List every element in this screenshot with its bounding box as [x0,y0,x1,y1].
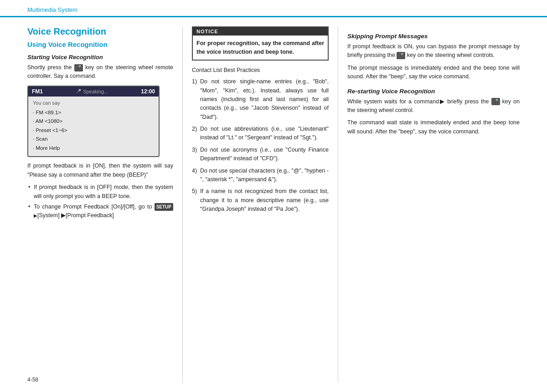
left-column: Voice Recognition Using Voice Recognitio… [27,26,182,383]
mic-icon-restart: 🎤 [491,98,500,105]
bullet-item-1: If prompt feedback is in [OFF] mode, the… [27,183,173,201]
notice-box: NOTICE For proper recognition, say the c… [192,26,329,61]
screen-list-item: AM <1080> [33,117,154,126]
screen-fm-label: FM1 [32,88,43,95]
starting-section-title: Starting Voice Recognition [27,54,173,61]
skipping-text-1: If prompt feedback is ON, you can bypass… [347,42,520,60]
list-item-1: 1)Do not store single-name entries (e.g.… [192,77,329,122]
screen-content: You can say FM <89.1> AM <1080> Preset <… [28,97,159,157]
list-item-5: 5)If a name is not recognized from the c… [192,187,329,214]
screen-mockup: FM1 Speaking... 12:00 You can say FM <89… [27,86,160,158]
notice-body: For proper recognition, say the command … [193,36,328,60]
page-number: 4-58 [27,377,38,383]
skipping-text-2: The prompt message is immediately ended … [347,64,520,81]
screen-list-item: FM <89.1> [33,108,154,117]
screen-you-can-say: You can say [33,100,154,106]
setup-badge: SETUP [155,203,173,211]
sub-title: Using Voice Recognition [27,41,173,48]
skipping-title: Skipping Prompt Messages [347,33,520,40]
contact-list-title: Contact List Best Practices [192,66,329,75]
screen-list-item: Scan [33,135,154,144]
restarting-text-2: The command wait state is immediately en… [347,118,520,136]
restarting-text-1: While system waits for a command▶ briefl… [347,97,520,115]
screen-list: FM <89.1> AM <1080> Preset <1~6> Scan Mo… [33,108,154,153]
page-header: Multimedia System [0,0,547,17]
numbered-list: 1)Do not store single-name entries (e.g.… [192,77,329,214]
right-column: Skipping Prompt Messages If prompt feedb… [338,26,520,383]
starting-text: Shortly press the 🎤 key on the steering … [27,63,173,81]
main-title: Voice Recognition [27,26,173,37]
header-title: Multimedia System [27,6,77,13]
screen-time: 12:00 [141,88,155,95]
screen-list-item: Preset <1~6> [33,126,154,135]
bullet-item-2: To change Prompt Feedback [On]/[Off], go… [27,203,173,220]
mic-icon: 🎤 [74,64,83,71]
list-item-2: 2)Do not use abbreviations (i.e., use "L… [192,125,329,143]
middle-column: NOTICE For proper recognition, say the c… [183,26,338,383]
notice-header: NOTICE [193,27,328,36]
screen-list-item: More Help [33,144,154,153]
list-item-3: 3)Do not use acronyms (i.e., use "County… [192,146,329,163]
prompt-text: If prompt feedback is in [ON], then the … [27,162,173,179]
list-item-4: 4)Do not use special characters (e.g., "… [192,167,329,184]
mic-icon-skip: 🎤 [397,52,405,59]
arrow-icon: ▶ [34,213,37,218]
restarting-title: Re-starting Voice Recognition [347,88,520,95]
screen-speaking-label: Speaking... [76,89,108,94]
screen-top-bar: FM1 Speaking... 12:00 [28,87,159,97]
bullet-list: If prompt feedback is in [OFF] mode, the… [27,183,173,220]
